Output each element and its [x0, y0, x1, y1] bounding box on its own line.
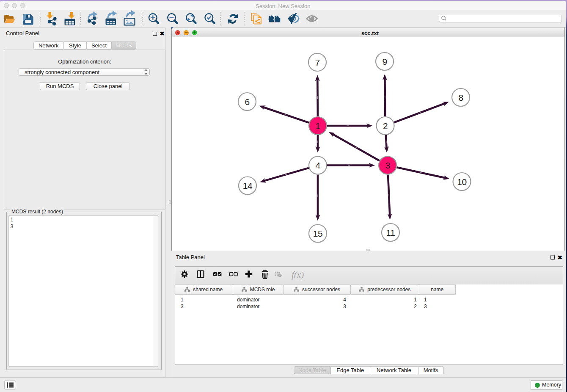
svg-text:11: 11: [386, 227, 395, 237]
svg-text:1: 1: [315, 121, 320, 130]
svg-text:10: 10: [457, 177, 466, 186]
svg-text:4: 4: [315, 160, 320, 170]
svg-text:2: 2: [383, 121, 387, 130]
svg-text:8: 8: [458, 92, 463, 102]
svg-text:7: 7: [315, 57, 319, 67]
svg-text:6: 6: [245, 97, 249, 106]
svg-text:15: 15: [313, 229, 322, 238]
svg-text:f(x): f(x): [292, 270, 304, 280]
svg-text:14: 14: [242, 181, 252, 190]
svg-text:3: 3: [385, 160, 390, 170]
svg-text:9: 9: [382, 56, 387, 66]
